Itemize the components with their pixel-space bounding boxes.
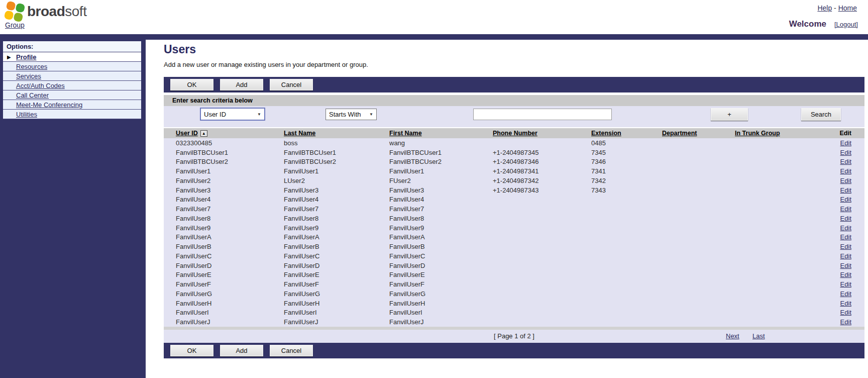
- search-area: User ID ▼ Starts With ▼ + Search: [164, 106, 864, 127]
- cell-phone: [481, 317, 579, 327]
- cell-user-id: FanvilUser9: [164, 223, 272, 233]
- table-row: FanvilBTBCUser1FanvilBTBCUser1FanvilBTBC…: [164, 148, 864, 157]
- cell-extension: [579, 204, 650, 214]
- sidebar-item-label[interactable]: Call Center: [16, 91, 49, 99]
- edit-link[interactable]: Edit: [840, 290, 851, 298]
- sort-extension-link[interactable]: Extension: [591, 130, 621, 137]
- sidebar-item-services[interactable]: Services: [3, 71, 141, 81]
- cell-extension: [579, 289, 650, 299]
- sidebar-items: ▶ProfileResourcesServicesAcct/Auth Codes…: [3, 52, 141, 119]
- cell-edit: Edit: [817, 204, 864, 214]
- sidebar-item-label[interactable]: Services: [16, 72, 41, 80]
- sidebar-item-meet-me-conferencing[interactable]: Meet-Me Conferencing: [3, 100, 141, 110]
- ok-button-bottom[interactable]: OK: [170, 345, 213, 356]
- edit-link[interactable]: Edit: [840, 167, 851, 175]
- cell-phone: +1-2404987342: [481, 176, 579, 185]
- logout-link[interactable]: [Logout]: [834, 21, 858, 28]
- cell-in-trunk-group: [723, 308, 817, 318]
- cell-department: [650, 214, 723, 223]
- cell-last-name: FanvilUser8: [272, 214, 377, 223]
- edit-link[interactable]: Edit: [840, 215, 851, 222]
- ok-button[interactable]: OK: [170, 79, 213, 90]
- add-criteria-button[interactable]: +: [711, 108, 748, 121]
- cell-user-id: FanvilUser1: [164, 166, 272, 176]
- edit-link[interactable]: Edit: [840, 280, 851, 288]
- cancel-button[interactable]: Cancel: [270, 79, 313, 90]
- cell-user-id: FanvilUser7: [164, 204, 272, 214]
- edit-link[interactable]: Edit: [840, 186, 851, 194]
- users-table: User ID▲ Last Name First Name Phone Numb…: [164, 128, 864, 327]
- edit-link[interactable]: Edit: [840, 309, 851, 316]
- edit-link[interactable]: Edit: [840, 252, 851, 260]
- search-input[interactable]: [473, 109, 612, 120]
- home-link[interactable]: Home: [838, 4, 857, 12]
- search-field-select[interactable]: User ID ▼: [200, 108, 265, 121]
- pagination-last-link[interactable]: Last: [752, 330, 765, 343]
- cell-user-id: FanvilUser3: [164, 185, 272, 195]
- sidebar-item-resources[interactable]: Resources: [3, 62, 141, 71]
- cell-edit: Edit: [817, 214, 864, 223]
- edit-link[interactable]: Edit: [840, 149, 851, 156]
- cell-department: [650, 279, 723, 289]
- sort-user-id-link[interactable]: User ID: [176, 130, 198, 137]
- sidebar-item-utilities[interactable]: Utilities: [3, 110, 141, 119]
- sidebar-item-acct-auth-codes[interactable]: Acct/Auth Codes: [3, 81, 141, 90]
- edit-link[interactable]: Edit: [840, 177, 851, 184]
- edit-link[interactable]: Edit: [840, 271, 851, 278]
- help-link[interactable]: Help: [817, 4, 832, 12]
- edit-link[interactable]: Edit: [840, 224, 851, 232]
- sort-phone-number-link[interactable]: Phone Number: [493, 130, 537, 137]
- edit-link[interactable]: Edit: [840, 205, 851, 213]
- sort-department-link[interactable]: Department: [662, 130, 697, 137]
- add-button-bottom[interactable]: Add: [220, 345, 263, 356]
- sidebar-item-profile[interactable]: ▶Profile: [3, 52, 141, 62]
- search-mode-select[interactable]: Starts With ▼: [325, 109, 377, 120]
- sidebar-item-label[interactable]: Profile: [16, 53, 36, 61]
- edit-link[interactable]: Edit: [840, 243, 851, 250]
- cell-last-name: FanvilBTBCUser1: [272, 148, 377, 157]
- sort-first-name-link[interactable]: First Name: [389, 130, 422, 137]
- cell-user-id: FanvilUserJ: [164, 317, 272, 327]
- edit-link[interactable]: Edit: [840, 139, 851, 147]
- cancel-button-bottom[interactable]: Cancel: [270, 345, 313, 356]
- cell-edit: Edit: [817, 279, 864, 289]
- edit-link[interactable]: Edit: [840, 300, 851, 307]
- pagination-next-link[interactable]: Next: [726, 330, 739, 343]
- cell-in-trunk-group: [723, 270, 817, 280]
- cell-first-name: FanvilUser7: [377, 204, 481, 214]
- cell-phone: [481, 195, 579, 205]
- cell-user-id: FanvilBTBCUser2: [164, 157, 272, 167]
- breadcrumb-group-link[interactable]: Group: [5, 21, 25, 29]
- cell-phone: [481, 223, 579, 233]
- cell-in-trunk-group: [723, 233, 817, 242]
- cell-department: [650, 185, 723, 195]
- sidebar-item-label[interactable]: Acct/Auth Codes: [16, 82, 65, 89]
- sort-ascending-icon[interactable]: ▲: [200, 130, 207, 137]
- sidebar-item-call-center[interactable]: Call Center: [3, 90, 141, 100]
- cell-user-id: FanvilUserE: [164, 270, 272, 280]
- table-row: FanvilUserHFanvilUserHFanvilUserHEdit: [164, 299, 864, 308]
- table-row: FanvilUser3FanvilUser3FanvilUser3+1-2404…: [164, 185, 864, 195]
- edit-link[interactable]: Edit: [840, 158, 851, 165]
- cell-in-trunk-group: [723, 299, 817, 308]
- main-content: Users Add a new user or manage existing …: [146, 40, 868, 378]
- edit-link[interactable]: Edit: [840, 262, 851, 269]
- sort-last-name-link[interactable]: Last Name: [284, 130, 315, 137]
- edit-link[interactable]: Edit: [840, 318, 851, 326]
- sidebar-item-label[interactable]: Meet-Me Conferencing: [16, 101, 82, 109]
- cell-phone: +1-2404987341: [481, 166, 579, 176]
- cell-department: [650, 195, 723, 205]
- sort-in-trunk-group-link[interactable]: In Trunk Group: [735, 130, 780, 137]
- sidebar-item-label[interactable]: Resources: [16, 63, 47, 70]
- cell-in-trunk-group: [723, 195, 817, 205]
- cell-edit: Edit: [817, 157, 864, 167]
- edit-link[interactable]: Edit: [840, 196, 851, 203]
- edit-link[interactable]: Edit: [840, 233, 851, 241]
- sidebar-item-label[interactable]: Utilities: [16, 111, 37, 118]
- table-row: 0323300485bosswang0485Edit: [164, 138, 864, 148]
- cell-phone: [481, 308, 579, 318]
- cell-extension: [579, 299, 650, 308]
- cell-edit: Edit: [817, 176, 864, 185]
- search-button[interactable]: Search: [801, 108, 841, 121]
- add-button[interactable]: Add: [220, 79, 263, 90]
